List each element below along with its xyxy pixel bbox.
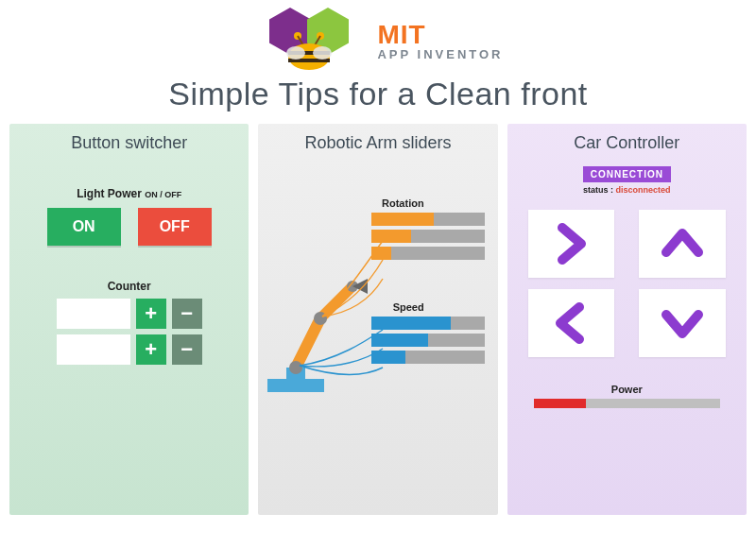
panel3-title: Car Controller — [519, 133, 735, 153]
status-line: status : disconnected — [519, 185, 735, 195]
svg-point-10 — [313, 46, 332, 60]
panel-robotic-arm: Robotic Arm sliders Rotation Speed — [258, 124, 497, 515]
rotation-slider-1[interactable] — [371, 213, 485, 226]
counter-plus-1[interactable]: + — [136, 299, 166, 329]
chevron-down-icon — [661, 301, 704, 345]
arrow-left-button[interactable] — [528, 289, 615, 357]
power-label: Power — [519, 384, 735, 395]
speed-label: Speed — [371, 301, 485, 313]
speed-slider-1[interactable] — [371, 317, 485, 330]
arrow-down-button[interactable] — [639, 289, 726, 357]
logo-text: MIT APP INVENTOR — [377, 22, 503, 60]
logo-row: MIT APP INVENTOR — [252, 8, 503, 74]
rotation-label: Rotation — [371, 197, 485, 209]
chevron-up-icon — [661, 222, 704, 265]
counter-label: Counter — [21, 280, 237, 293]
counter-row-1: + − — [21, 299, 237, 329]
connection-button[interactable]: CONNECTION — [583, 166, 671, 182]
counter-value-2 — [57, 334, 130, 365]
bee-icon — [281, 28, 337, 74]
on-button[interactable]: ON — [47, 208, 121, 246]
panel-button-switcher: Button switcher Light Power ON / OFF ON … — [9, 124, 249, 515]
svg-point-15 — [289, 361, 302, 374]
panel-car-controller: Car Controller CONNECTION status : disco… — [507, 124, 747, 515]
counter-plus-2[interactable]: + — [136, 334, 166, 365]
svg-rect-11 — [267, 379, 324, 392]
counter-row-2: + − — [21, 334, 237, 365]
chevron-right-icon — [549, 222, 593, 265]
svg-point-9 — [286, 46, 305, 60]
power-slider[interactable] — [534, 399, 720, 408]
rotation-slider-3[interactable] — [371, 247, 485, 260]
robotic-arm-icon — [262, 237, 385, 398]
page-title: Simple Tips for a Clean front — [168, 76, 587, 112]
brand-sub: APP INVENTOR — [377, 48, 503, 60]
counter-minus-2[interactable]: − — [172, 334, 202, 365]
off-button[interactable]: OFF — [138, 208, 212, 246]
panel2-title: Robotic Arm sliders — [269, 133, 486, 153]
rotation-slider-2[interactable] — [371, 230, 485, 243]
arrow-right-button[interactable] — [528, 210, 615, 278]
arrow-up-button[interactable] — [639, 210, 726, 278]
counter-value-1 — [57, 299, 130, 329]
svg-line-13 — [296, 318, 320, 368]
light-power-label: Light Power ON / OFF — [21, 187, 237, 200]
panels: Button switcher Light Power ON / OFF ON … — [0, 116, 756, 524]
status-value: disconnected — [616, 185, 671, 195]
chevron-left-icon — [549, 301, 593, 345]
logo-mark — [252, 8, 366, 74]
panel1-title: Button switcher — [21, 133, 237, 153]
brand-top: MIT — [377, 22, 503, 48]
speed-slider-3[interactable] — [371, 351, 485, 364]
svg-marker-18 — [352, 279, 368, 294]
counter-minus-1[interactable]: − — [172, 299, 202, 329]
speed-slider-2[interactable] — [371, 334, 485, 347]
header: MIT APP INVENTOR Simple Tips for a Clean… — [0, 0, 756, 116]
